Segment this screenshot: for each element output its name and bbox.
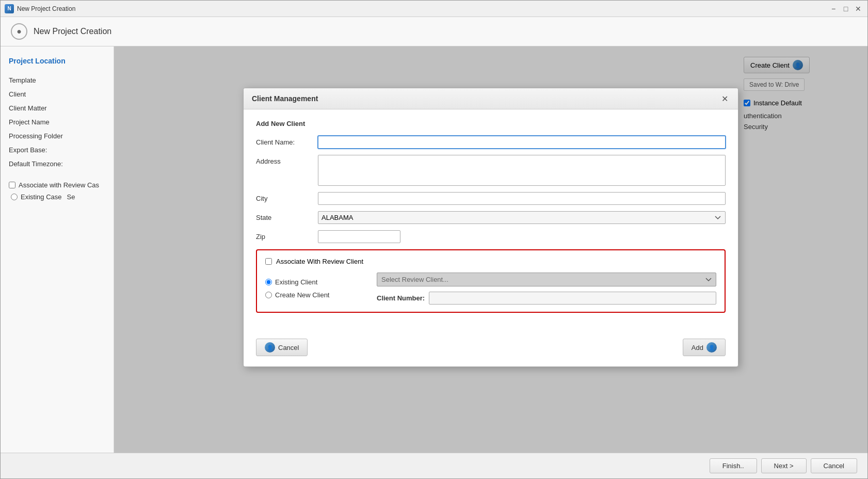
sidebar-item-template[interactable]: Template (1, 73, 114, 87)
sidebar-section-title: Project Location (1, 57, 114, 73)
city-row: City (256, 192, 726, 205)
close-button[interactable]: ✕ (853, 4, 863, 14)
title-bar: N New Project Creation − □ ✕ (1, 1, 867, 17)
window-header: ● New Project Creation (1, 17, 867, 46)
associate-review-case-label: Associate with Review Cas (19, 181, 99, 189)
review-client-section: Associate With Review Client Existing Cl… (256, 249, 726, 313)
client-number-input[interactable] (429, 292, 716, 305)
sidebar-item-client-matter[interactable]: Client Matter (1, 101, 114, 115)
modal-header: Client Management ✕ (244, 88, 738, 109)
create-new-client-radio[interactable] (265, 292, 272, 298)
create-new-client-label: Create New Client (275, 291, 330, 299)
main-content: Create Client 👤 Saved to W: Drive Instan… (114, 46, 867, 453)
associate-review-case-row: Associate with Review Cas (9, 181, 105, 189)
existing-case-label: Existing Case (21, 193, 61, 201)
sidebar-item-export-base: Export Base: (1, 143, 114, 157)
client-name-row: Client Name: (256, 136, 726, 149)
client-number-row: Client Number: (377, 292, 716, 305)
maximize-button[interactable]: □ (841, 4, 851, 14)
add-icon: 👤 (706, 342, 717, 353)
window-body: Project Location Template Client Client … (1, 46, 867, 453)
existing-client-radio[interactable] (265, 279, 272, 285)
zip-label: Zip (256, 230, 318, 241)
window-title: New Project Creation (17, 5, 828, 12)
sidebar-extra: Associate with Review Cas Existing Case … (1, 181, 114, 201)
associate-review-client-checkbox[interactable] (265, 258, 272, 265)
existing-case-radio[interactable] (11, 194, 18, 200)
sidebar-item-client[interactable]: Client (1, 87, 114, 101)
zip-input[interactable] (318, 230, 400, 243)
add-label: Add (692, 344, 703, 352)
modal-footer: 👤 Cancel Add 👤 (244, 333, 738, 366)
modal-close-button[interactable]: ✕ (719, 93, 730, 104)
minimize-button[interactable]: − (828, 4, 839, 14)
state-label: State (256, 211, 318, 221)
associate-review-client-label: Associate With Review Client (276, 258, 363, 265)
cancel-bottom-button[interactable]: Cancel (811, 458, 857, 473)
existing-case-row: Existing Case Se (9, 193, 105, 201)
review-options-container: Existing Client Create New Client (265, 273, 716, 305)
associate-review-case-checkbox[interactable] (9, 182, 15, 188)
review-radio-group: Existing Client Create New Client (265, 278, 368, 299)
modal-body: Add New Client Client Name: Address (244, 109, 738, 333)
client-name-input[interactable] (318, 136, 726, 149)
create-new-client-radio-row: Create New Client (265, 291, 368, 299)
state-select[interactable]: ALABAMA ALASKA ARIZONA ARKANSAS CALIFORN… (318, 211, 726, 224)
app-icon: N (5, 4, 14, 13)
main-window: N New Project Creation − □ ✕ ● New Proje… (0, 0, 868, 479)
add-new-client-label: Add New Client (256, 120, 726, 127)
city-input[interactable] (318, 192, 726, 205)
cancel-button[interactable]: 👤 Cancel (256, 339, 308, 356)
review-right-controls: Select Review Client... Client Number: (377, 273, 716, 305)
zip-row: Zip (256, 230, 726, 243)
sidebar-item-processing-folder[interactable]: Processing Folder (1, 129, 114, 143)
bottom-bar: Finish.. Next > Cancel (1, 453, 867, 478)
associate-review-client-row: Associate With Review Client (265, 258, 716, 265)
state-row: State ALABAMA ALASKA ARIZONA ARKANSAS CA… (256, 211, 726, 224)
sidebar: Project Location Template Client Client … (1, 46, 114, 453)
city-label: City (256, 192, 318, 202)
existing-case-select-placeholder: Se (67, 193, 75, 201)
address-input[interactable] (318, 155, 726, 186)
window-controls: − □ ✕ (828, 4, 863, 14)
client-number-label: Client Number: (377, 294, 425, 302)
modal-title: Client Management (252, 94, 318, 103)
finish-button[interactable]: Finish.. (710, 458, 757, 473)
client-name-label: Client Name: (256, 136, 318, 146)
next-button[interactable]: Next > (761, 458, 807, 473)
address-row: Address (256, 155, 726, 186)
sidebar-item-project-name[interactable]: Project Name (1, 115, 114, 129)
address-label: Address (256, 155, 318, 165)
existing-client-label: Existing Client (275, 278, 317, 286)
existing-client-radio-row: Existing Client (265, 278, 368, 286)
modal-overlay: Client Management ✕ Add New Client Clien… (114, 46, 867, 453)
header-title: New Project Creation (34, 27, 111, 36)
client-management-modal: Client Management ✕ Add New Client Clien… (243, 88, 738, 367)
review-client-select[interactable]: Select Review Client... (377, 273, 716, 286)
cancel-icon: 👤 (265, 342, 275, 353)
header-icon: ● (11, 23, 27, 40)
cancel-label: Cancel (278, 344, 299, 352)
sidebar-item-timezone: Default Timezone: (1, 157, 114, 171)
add-button[interactable]: Add 👤 (683, 339, 726, 356)
